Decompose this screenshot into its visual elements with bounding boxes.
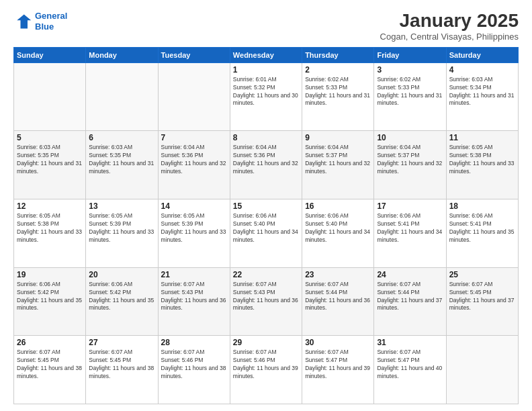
- day-number: 28: [161, 338, 227, 347]
- cell-content: Sunrise: 6:07 AM Sunset: 5:44 PM Dayligh…: [305, 281, 371, 313]
- table-cell: 21 Sunrise: 6:07 AM Sunset: 5:43 PM Dayl…: [158, 267, 230, 336]
- week-row-4: 19 Sunrise: 6:06 AM Sunset: 5:42 PM Dayl…: [14, 267, 519, 336]
- table-cell: 11 Sunrise: 6:05 AM Sunset: 5:38 PM Dayl…: [446, 131, 518, 199]
- table-cell: 7 Sunrise: 6:04 AM Sunset: 5:36 PM Dayli…: [158, 131, 230, 199]
- calendar-title: January 2025: [380, 11, 519, 32]
- day-number: 17: [377, 201, 443, 211]
- col-friday: Friday: [374, 47, 446, 62]
- week-row-5: 26 Sunrise: 6:07 AM Sunset: 5:45 PM Dayl…: [14, 336, 519, 404]
- day-number: 14: [161, 201, 227, 211]
- table-cell: 12 Sunrise: 6:05 AM Sunset: 5:38 PM Dayl…: [14, 199, 86, 268]
- cell-content: Sunrise: 6:06 AM Sunset: 5:42 PM Dayligh…: [89, 281, 154, 313]
- table-cell: [14, 62, 86, 131]
- table-cell: 5 Sunrise: 6:03 AM Sunset: 5:35 PM Dayli…: [14, 131, 86, 199]
- cell-content: Sunrise: 6:06 AM Sunset: 5:40 PM Dayligh…: [305, 212, 371, 244]
- table-cell: 9 Sunrise: 6:04 AM Sunset: 5:37 PM Dayli…: [302, 131, 374, 199]
- day-number: 4: [449, 65, 515, 75]
- day-number: 6: [89, 133, 154, 142]
- logo: General Blue: [13, 11, 67, 32]
- col-saturday: Saturday: [446, 47, 518, 62]
- cell-content: Sunrise: 6:07 AM Sunset: 5:43 PM Dayligh…: [161, 281, 227, 313]
- cell-content: Sunrise: 6:01 AM Sunset: 5:32 PM Dayligh…: [233, 76, 299, 108]
- day-number: 10: [377, 133, 443, 142]
- day-number: 13: [89, 201, 154, 211]
- table-cell: 15 Sunrise: 6:06 AM Sunset: 5:40 PM Dayl…: [230, 199, 302, 268]
- cell-content: Sunrise: 6:06 AM Sunset: 5:41 PM Dayligh…: [449, 212, 515, 244]
- cell-content: Sunrise: 6:03 AM Sunset: 5:35 PM Dayligh…: [89, 144, 154, 176]
- cell-content: Sunrise: 6:06 AM Sunset: 5:40 PM Dayligh…: [233, 212, 299, 244]
- page: General Blue January 2025 Cogan, Central…: [0, 0, 532, 411]
- cell-content: Sunrise: 6:05 AM Sunset: 5:39 PM Dayligh…: [89, 212, 154, 244]
- logo-line1: General: [35, 11, 67, 21]
- svg-marker-0: [17, 14, 31, 28]
- day-number: 5: [17, 133, 83, 142]
- day-number: 19: [17, 270, 83, 279]
- day-number: 7: [161, 133, 227, 142]
- cell-content: Sunrise: 6:07 AM Sunset: 5:46 PM Dayligh…: [233, 349, 299, 381]
- day-number: 11: [449, 133, 515, 142]
- table-cell: 3 Sunrise: 6:02 AM Sunset: 5:33 PM Dayli…: [374, 62, 446, 131]
- col-sunday: Sunday: [14, 47, 86, 62]
- cell-content: Sunrise: 6:04 AM Sunset: 5:36 PM Dayligh…: [233, 144, 299, 176]
- table-cell: [86, 62, 158, 131]
- header-row: Sunday Monday Tuesday Wednesday Thursday…: [14, 47, 519, 62]
- table-cell: 8 Sunrise: 6:04 AM Sunset: 5:36 PM Dayli…: [230, 131, 302, 199]
- header: General Blue January 2025 Cogan, Central…: [13, 11, 519, 42]
- logo-text: General Blue: [35, 11, 67, 32]
- cell-content: Sunrise: 6:06 AM Sunset: 5:41 PM Dayligh…: [377, 212, 443, 244]
- day-number: 23: [305, 270, 371, 279]
- cell-content: Sunrise: 6:07 AM Sunset: 5:43 PM Dayligh…: [233, 281, 299, 313]
- cell-content: Sunrise: 6:04 AM Sunset: 5:36 PM Dayligh…: [161, 144, 227, 176]
- day-number: 1: [233, 65, 299, 75]
- cell-content: Sunrise: 6:07 AM Sunset: 5:45 PM Dayligh…: [449, 281, 515, 313]
- cell-content: Sunrise: 6:07 AM Sunset: 5:47 PM Dayligh…: [305, 349, 371, 381]
- table-cell: 30 Sunrise: 6:07 AM Sunset: 5:47 PM Dayl…: [302, 336, 374, 404]
- table-cell: 28 Sunrise: 6:07 AM Sunset: 5:46 PM Dayl…: [158, 336, 230, 404]
- logo-line2: Blue: [35, 21, 54, 32]
- day-number: 3: [377, 65, 443, 75]
- cell-content: Sunrise: 6:07 AM Sunset: 5:45 PM Dayligh…: [89, 349, 154, 381]
- table-cell: 6 Sunrise: 6:03 AM Sunset: 5:35 PM Dayli…: [86, 131, 158, 199]
- table-cell: 22 Sunrise: 6:07 AM Sunset: 5:43 PM Dayl…: [230, 267, 302, 336]
- cell-content: Sunrise: 6:04 AM Sunset: 5:37 PM Dayligh…: [305, 144, 371, 176]
- day-number: 24: [377, 270, 443, 279]
- week-row-2: 5 Sunrise: 6:03 AM Sunset: 5:35 PM Dayli…: [14, 131, 519, 199]
- cell-content: Sunrise: 6:07 AM Sunset: 5:46 PM Dayligh…: [161, 349, 227, 381]
- table-cell: 29 Sunrise: 6:07 AM Sunset: 5:46 PM Dayl…: [230, 336, 302, 404]
- day-number: 2: [305, 65, 371, 75]
- logo-icon: [13, 12, 32, 31]
- col-thursday: Thursday: [302, 47, 374, 62]
- title-block: January 2025 Cogan, Central Visayas, Phi…: [380, 11, 519, 42]
- table-cell: 31 Sunrise: 6:07 AM Sunset: 5:47 PM Dayl…: [374, 336, 446, 404]
- table-cell: 17 Sunrise: 6:06 AM Sunset: 5:41 PM Dayl…: [374, 199, 446, 268]
- week-row-1: 1 Sunrise: 6:01 AM Sunset: 5:32 PM Dayli…: [14, 62, 519, 131]
- day-number: 25: [449, 270, 515, 279]
- col-monday: Monday: [86, 47, 158, 62]
- cell-content: Sunrise: 6:03 AM Sunset: 5:34 PM Dayligh…: [449, 76, 515, 108]
- day-number: 31: [377, 338, 443, 347]
- col-wednesday: Wednesday: [230, 47, 302, 62]
- table-cell: 10 Sunrise: 6:04 AM Sunset: 5:37 PM Dayl…: [374, 131, 446, 199]
- day-number: 8: [233, 133, 299, 142]
- table-cell: 16 Sunrise: 6:06 AM Sunset: 5:40 PM Dayl…: [302, 199, 374, 268]
- cell-content: Sunrise: 6:03 AM Sunset: 5:35 PM Dayligh…: [17, 144, 83, 176]
- table-cell: 25 Sunrise: 6:07 AM Sunset: 5:45 PM Dayl…: [446, 267, 518, 336]
- calendar-table: Sunday Monday Tuesday Wednesday Thursday…: [13, 47, 519, 404]
- day-number: 30: [305, 338, 371, 347]
- day-number: 27: [89, 338, 154, 347]
- table-cell: 1 Sunrise: 6:01 AM Sunset: 5:32 PM Dayli…: [230, 62, 302, 131]
- table-cell: 18 Sunrise: 6:06 AM Sunset: 5:41 PM Dayl…: [446, 199, 518, 268]
- day-number: 21: [161, 270, 227, 279]
- day-number: 22: [233, 270, 299, 279]
- table-cell: 24 Sunrise: 6:07 AM Sunset: 5:44 PM Dayl…: [374, 267, 446, 336]
- table-cell: 13 Sunrise: 6:05 AM Sunset: 5:39 PM Dayl…: [86, 199, 158, 268]
- table-cell: 27 Sunrise: 6:07 AM Sunset: 5:45 PM Dayl…: [86, 336, 158, 404]
- cell-content: Sunrise: 6:07 AM Sunset: 5:44 PM Dayligh…: [377, 281, 443, 313]
- cell-content: Sunrise: 6:07 AM Sunset: 5:45 PM Dayligh…: [17, 349, 83, 381]
- cell-content: Sunrise: 6:02 AM Sunset: 5:33 PM Dayligh…: [377, 76, 443, 108]
- day-number: 26: [17, 338, 83, 347]
- table-cell: 20 Sunrise: 6:06 AM Sunset: 5:42 PM Dayl…: [86, 267, 158, 336]
- day-number: 18: [449, 201, 515, 211]
- cell-content: Sunrise: 6:07 AM Sunset: 5:47 PM Dayligh…: [377, 349, 443, 381]
- day-number: 15: [233, 201, 299, 211]
